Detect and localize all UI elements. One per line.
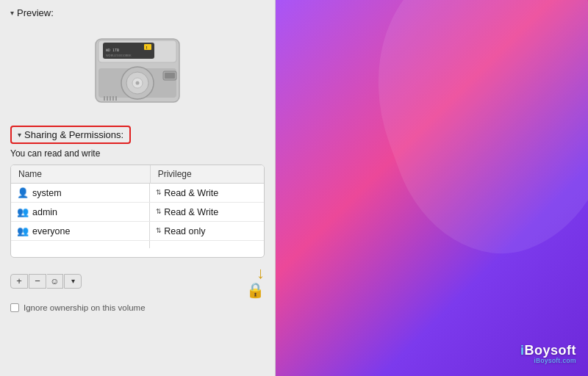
privilege-cell-system[interactable]: ⇅Read & Write xyxy=(150,184,264,203)
dropdown-button[interactable]: ▾ xyxy=(64,274,82,289)
sharing-label: Sharing & Permissions: xyxy=(24,129,123,140)
stepper-arrows: ⇅ xyxy=(156,189,162,196)
privilege-cell-everyone[interactable]: ⇅Read only xyxy=(150,222,264,241)
privilege-cell-admin[interactable]: ⇅Read & Write xyxy=(150,203,264,222)
arrow-down-icon: ↓ xyxy=(257,264,265,283)
preview-label: Preview: xyxy=(17,7,54,18)
bottom-area: + − ☺ ▾ ↓ 🔒 xyxy=(0,258,275,299)
privilege-text: Read & Write xyxy=(164,188,218,198)
info-window: ▾ Preview: WD 1TB WDBUZG0010BBK ! xyxy=(0,0,276,376)
watermark-brand: iBoysoft xyxy=(520,343,576,358)
table-row[interactable]: 👥admin⇅Read & Write xyxy=(11,203,264,222)
everyone-icon: 👥 xyxy=(17,225,29,236)
ignore-ownership-row: Ignore ownership on this volume xyxy=(0,299,275,319)
svg-rect-18 xyxy=(165,73,175,79)
preview-header[interactable]: ▾ Preview: xyxy=(0,0,275,23)
svg-rect-5 xyxy=(144,44,151,50)
preview-chevron[interactable]: ▾ xyxy=(10,9,14,17)
admin-icon: 👥 xyxy=(17,206,29,217)
user-name-admin: admin xyxy=(32,207,57,217)
read-write-status: You can read and write xyxy=(0,147,275,164)
user-name-system: system xyxy=(32,188,62,198)
hard-drive-icon: WD 1TB WDBUZG0010BBK ! xyxy=(90,30,185,111)
permissions-table-wrapper: Name Privilege 👤system⇅Read & Write👥admi… xyxy=(10,164,265,258)
table-controls: + − ☺ ▾ xyxy=(10,274,82,289)
iboysoft-watermark: iBoysoft iBoysoft.com xyxy=(520,343,576,364)
sharing-permissions-header[interactable]: ▾ Sharing & Permissions: xyxy=(10,126,131,144)
user-name-everyone: everyone xyxy=(32,226,70,236)
ignore-ownership-checkbox[interactable] xyxy=(10,303,19,312)
lock-area: ↓ 🔒 xyxy=(246,264,265,299)
privilege-text: Read & Write xyxy=(164,207,218,217)
empty-row xyxy=(11,241,264,257)
action-button[interactable]: ☺ xyxy=(47,274,63,289)
svg-text:WD 1TB: WD 1TB xyxy=(106,48,119,52)
remove-button[interactable]: − xyxy=(29,274,46,289)
permissions-table: Name Privilege 👤system⇅Read & Write👥admi… xyxy=(11,165,264,257)
table-header-row: Name Privilege xyxy=(11,165,264,184)
col-name-header: Name xyxy=(11,165,150,184)
svg-text:WDBUZG0010BBK: WDBUZG0010BBK xyxy=(106,54,132,57)
svg-text:!: ! xyxy=(146,46,148,50)
stepper-arrows: ⇅ xyxy=(156,228,162,234)
wallpaper-background: iBoysoft iBoysoft.com xyxy=(276,0,588,376)
col-privilege-header: Privilege xyxy=(150,165,264,184)
sharing-chevron[interactable]: ▾ xyxy=(18,131,21,139)
drive-image-container: WD 1TB WDBUZG0010BBK ! xyxy=(0,23,275,123)
stepper-arrows: ⇅ xyxy=(156,209,162,215)
watermark-domain: iBoysoft.com xyxy=(520,357,576,364)
svg-point-11 xyxy=(136,82,140,85)
privilege-text: Read only xyxy=(164,226,205,236)
table-row[interactable]: 👥everyone⇅Read only xyxy=(11,222,264,241)
lock-button[interactable]: 🔒 xyxy=(246,281,265,299)
ignore-ownership-label: Ignore ownership on this volume xyxy=(24,303,146,312)
system-icon: 👤 xyxy=(17,187,29,198)
add-button[interactable]: + xyxy=(10,274,28,289)
table-row[interactable]: 👤system⇅Read & Write xyxy=(11,184,264,203)
